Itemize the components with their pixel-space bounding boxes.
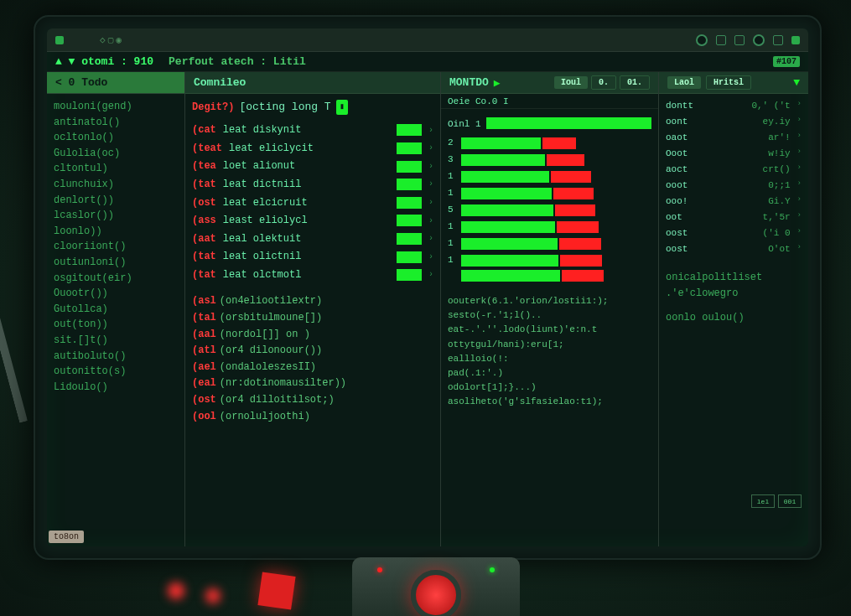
sidebar-item[interactable]: outonitto(s) <box>54 364 178 380</box>
sidebar-item[interactable]: Lidoulo() <box>54 380 178 396</box>
row-key: oot <box>666 210 682 225</box>
data-row[interactable]: ooot0;;1› <box>666 179 802 193</box>
row-value: 0;;1 <box>768 179 790 193</box>
data-row[interactable]: oaotar'!› <box>666 131 802 145</box>
call-row[interactable]: (tal(orsbitulmoune[]) <box>192 310 433 326</box>
play-icon[interactable]: ▶ <box>494 76 501 90</box>
sidebar-item[interactable]: outiunloni() <box>54 255 178 271</box>
sidebar-item[interactable]: lcaslor()) <box>54 208 178 224</box>
sidebar-item[interactable]: cltontul) <box>54 161 178 177</box>
test-row[interactable]: (catleat diskynit› <box>192 122 433 138</box>
right-footer-item[interactable]: .'e'clowegro <box>666 286 802 302</box>
row-value: 0,' ('t <box>751 99 790 113</box>
sidebar-item[interactable]: autiboluto() <box>54 349 178 365</box>
toolbar-icon[interactable] <box>716 35 726 45</box>
sidebar-item[interactable]: osgitout(eir) <box>54 271 178 287</box>
toolbar-icon[interactable] <box>753 34 765 46</box>
toolbar-icon[interactable] <box>773 35 783 45</box>
right-tab[interactable]: Laol <box>667 76 701 89</box>
row-value: t,'5r <box>763 210 791 225</box>
emergency-stop-button[interactable] <box>411 570 461 616</box>
chevron-right-icon: › <box>428 268 433 282</box>
test-name: leat elcicruit <box>223 195 308 211</box>
data-row[interactable]: oost('i 0› <box>666 226 802 241</box>
metric-id: 2 <box>448 136 459 150</box>
log-line: pad(.1:'.) <box>448 366 651 380</box>
sidebar-item[interactable]: Gutollca) <box>54 302 178 318</box>
test-name: leat eliclycit <box>229 141 314 157</box>
call-row[interactable]: (aal(nordol[]] on ) <box>192 327 433 343</box>
monitor-tab[interactable]: 0. <box>591 75 616 90</box>
status-badge: #107 <box>773 56 800 67</box>
sidebar-item[interactable]: ocltonlo() <box>54 130 178 146</box>
dropdown-icon[interactable]: ▼ <box>793 76 800 89</box>
call-row[interactable]: (asl(on4eliootilextr) <box>192 293 433 309</box>
right-tab[interactable]: Hritsl <box>706 75 751 90</box>
row-value: ar'! <box>768 131 790 145</box>
data-row[interactable]: oontey.iy› <box>666 115 802 129</box>
monitor-tab[interactable]: 01. <box>620 75 650 90</box>
sidebar-item[interactable]: clooriiont() <box>54 239 178 255</box>
test-row[interactable]: (tealoet alionut› <box>192 158 433 174</box>
test-row[interactable]: (tatleat olictnil› <box>192 249 433 265</box>
test-name: least eliolycl <box>223 213 308 229</box>
sidebar-item[interactable]: out(ton)) <box>54 317 178 333</box>
call-row[interactable]: (atl(or4 dilonoour()) <box>192 343 433 359</box>
metric-bar-red <box>557 221 599 233</box>
chevron-right-icon: › <box>428 142 433 155</box>
right-footer-item[interactable]: onicalpolitliset <box>666 270 802 286</box>
sidebar-item[interactable]: loonlo)) <box>54 224 178 240</box>
test-tag: (tat <box>192 267 216 283</box>
shape-icon: ▢ <box>108 34 114 45</box>
log-line: ottytgul/hani):eru[1; <box>448 338 651 352</box>
call-name: (ondaloleszesII) <box>220 360 316 375</box>
test-row[interactable]: (ostleat elcicruit› <box>192 195 433 211</box>
call-tag: (ael <box>192 360 216 375</box>
metric-row: 2 <box>448 136 651 150</box>
data-row[interactable]: aoctcrt()› <box>666 163 802 177</box>
metric-bar-green <box>461 255 558 267</box>
call-row[interactable]: (ost(or4 dilloitilsot;) <box>192 392 433 408</box>
data-row[interactable]: ooo!Gi.Y› <box>666 194 802 209</box>
sidebar-item[interactable]: Ouootr()) <box>54 286 178 302</box>
sidebar-item[interactable]: clunchuix) <box>54 177 178 193</box>
right-footer-item[interactable]: oonlo oulou() <box>666 310 802 326</box>
statusbar: ▲ ▼ otomi : 910 Perfout atech : Litil #1… <box>47 52 808 72</box>
row-key: oost <box>666 226 688 241</box>
data-row[interactable]: dontt0,' ('t› <box>666 99 802 113</box>
row-key: dontt <box>666 99 693 113</box>
sidebar-pane: < 0 Todo mouloni(gend)antinatol()ocltonl… <box>47 72 185 546</box>
data-row[interactable]: Oootw!iy› <box>666 147 802 161</box>
test-row[interactable]: (aatleal olektuit› <box>192 231 433 247</box>
mini-box[interactable]: lel <box>751 494 775 508</box>
test-row[interactable]: (assleast eliolycl› <box>192 213 433 229</box>
test-row[interactable]: (tatleat olctmotl› <box>192 267 433 283</box>
row-key: oont <box>666 115 688 129</box>
test-row[interactable]: (teatleat eliclycit› <box>192 141 433 157</box>
call-row[interactable]: (ael(ondaloleszesII) <box>192 360 433 375</box>
sidebar-item[interactable]: antinatol() <box>54 115 178 131</box>
sidebar-item[interactable]: mouloni(gend) <box>54 99 178 115</box>
call-name: (nr:dotinomausilter)) <box>220 375 346 391</box>
window-control-icon[interactable] <box>55 36 64 44</box>
chevron-right-icon: › <box>428 232 433 246</box>
mini-box[interactable]: 001 <box>778 494 802 508</box>
data-row[interactable]: oostO'ot› <box>666 242 802 256</box>
sidebar-item[interactable]: sit.[]t() <box>54 333 178 349</box>
monitor-header: MONTDO ▶ Ioul 0. 01. <box>441 72 658 94</box>
test-row[interactable]: (tatleat dictniil› <box>192 177 433 193</box>
test-tag: (cat <box>192 122 216 138</box>
test-pass-bar <box>397 124 422 136</box>
call-tag: (ool <box>192 409 216 425</box>
test-pass-bar <box>397 251 422 263</box>
call-row[interactable]: (ool(ornoluljoothi) <box>192 409 433 425</box>
chevron-right-icon: › <box>428 178 433 191</box>
monitor-tab[interactable]: Ioul <box>554 76 588 89</box>
data-row[interactable]: oott,'5r› <box>666 210 802 225</box>
sidebar-item[interactable]: Gulolia(oc) <box>54 146 178 162</box>
toolbar-icon[interactable] <box>734 35 745 45</box>
call-row[interactable]: (eal(nr:dotinomausilter)) <box>192 375 433 391</box>
sidebar-item[interactable]: denlort()) <box>54 193 178 209</box>
toolbar-icon[interactable] <box>696 34 708 46</box>
metric-bar-red <box>553 188 594 199</box>
